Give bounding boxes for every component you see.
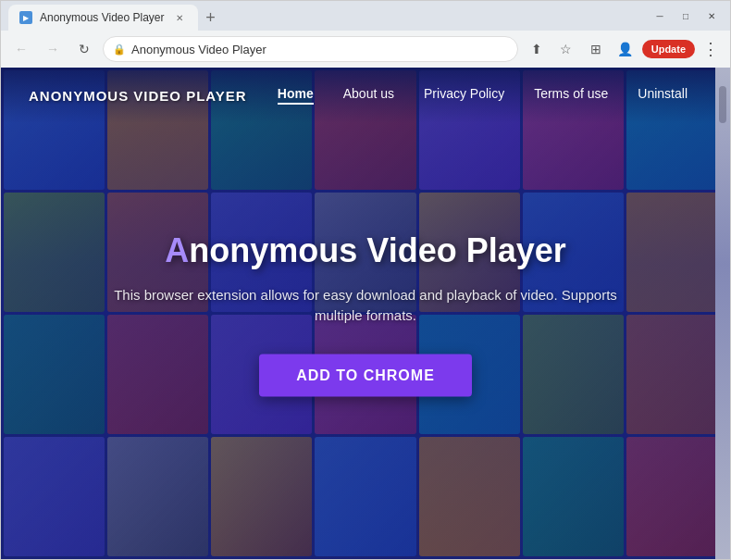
site-nav: ANONYMOUS VIDEO PLAYER Home About us Pri…	[1, 68, 715, 123]
bookmark-icon[interactable]: ☆	[553, 36, 579, 62]
close-button[interactable]: ✕	[700, 5, 723, 27]
active-tab[interactable]: ▶ Anonymous Video Player ✕	[8, 5, 198, 31]
lock-icon: 🔒	[113, 44, 126, 56]
hero-title-highlight: A	[165, 230, 189, 268]
nav-item-privacy[interactable]: Privacy Policy	[424, 86, 504, 105]
address-bar[interactable]: 🔒 Anonymous Video Player	[103, 36, 518, 62]
nav-link-uninstall[interactable]: Uninstall	[638, 86, 688, 101]
extension-icon[interactable]: ⊞	[583, 36, 609, 62]
hero-section: ANONYMOUS VIDEO PLAYER Home About us Pri…	[1, 68, 730, 559]
hero-title: Anonymous Video Player	[106, 230, 625, 269]
new-tab-button[interactable]: +	[198, 5, 224, 31]
browser-frame: ▶ Anonymous Video Player ✕ + ─ □ ✕ ← → ↻…	[0, 0, 731, 560]
nav-link-privacy[interactable]: Privacy Policy	[424, 86, 504, 101]
tab-close-button[interactable]: ✕	[172, 10, 187, 25]
profile-icon[interactable]: 👤	[613, 36, 638, 62]
minimize-button[interactable]: ─	[649, 5, 671, 27]
update-button[interactable]: Update	[642, 40, 695, 58]
nav-item-terms[interactable]: Terms of use	[534, 86, 608, 105]
window-controls: ─ □ ✕	[649, 5, 723, 27]
reload-button[interactable]: ↻	[71, 36, 97, 62]
site-logo: ANONYMOUS VIDEO PLAYER	[29, 88, 247, 104]
hero-title-text: nonymous Video Player	[189, 230, 565, 268]
omnibar: ← → ↻ 🔒 Anonymous Video Player ⬆ ☆ ⊞ 👤 U…	[1, 31, 730, 68]
title-bar: ▶ Anonymous Video Player ✕ + ─ □ ✕	[1, 1, 730, 31]
nav-links: Home About us Privacy Policy Terms of us…	[278, 86, 688, 105]
nav-item-about[interactable]: About us	[343, 86, 394, 105]
nav-link-about[interactable]: About us	[343, 86, 394, 101]
menu-button[interactable]: ⋮	[699, 39, 723, 59]
share-icon[interactable]: ⬆	[524, 36, 550, 62]
forward-button[interactable]: →	[40, 36, 66, 62]
restore-button[interactable]: □	[675, 5, 697, 27]
hero-description: This browser extension allows for easy d…	[106, 284, 625, 326]
page-content: ANONYMOUS VIDEO PLAYER Home About us Pri…	[1, 68, 730, 559]
tab-title: Anonymous Video Player	[40, 11, 165, 24]
tab-strip: ▶ Anonymous Video Player ✕ +	[8, 1, 641, 31]
url-text: Anonymous Video Player	[131, 43, 266, 56]
add-to-chrome-button[interactable]: ADD TO CHROME	[259, 354, 472, 396]
nav-item-uninstall[interactable]: Uninstall	[638, 86, 688, 105]
nav-link-terms[interactable]: Terms of use	[534, 86, 608, 101]
hero-content: Anonymous Video Player This browser exte…	[106, 230, 625, 396]
nav-item-home[interactable]: Home	[278, 86, 314, 105]
toolbar-actions: ⬆ ☆ ⊞ 👤 Update ⋮	[524, 36, 723, 62]
tab-favicon: ▶	[19, 11, 32, 24]
back-button[interactable]: ←	[8, 36, 34, 62]
nav-link-home[interactable]: Home	[278, 86, 314, 105]
